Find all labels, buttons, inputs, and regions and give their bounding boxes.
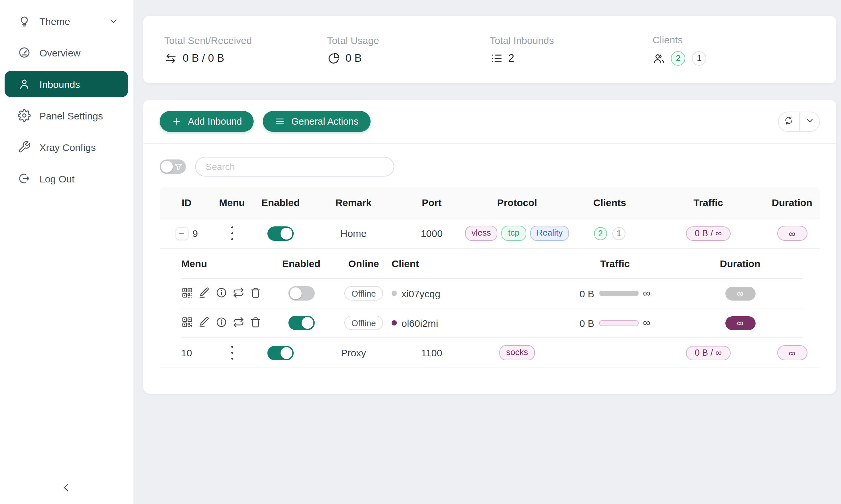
toggle-knob — [161, 161, 173, 173]
inbound-remark: Proxy — [311, 347, 396, 358]
traffic-limit: ∞ — [643, 317, 650, 329]
stat-label: Total Usage — [327, 34, 490, 46]
sidebar-collapse-button[interactable] — [0, 482, 133, 496]
search-row — [143, 144, 836, 187]
inbound-remark: Home — [311, 228, 396, 239]
col-header-remark: Remark — [311, 197, 396, 208]
sidebar-item-log-out[interactable]: Log Out — [5, 165, 128, 192]
sidebar-item-label: Panel Settings — [39, 110, 103, 121]
lightbulb-icon — [18, 15, 31, 28]
traffic-limit: ∞ — [643, 287, 650, 299]
list-icon — [490, 52, 503, 65]
inbounds-table: ID Menu Enabled Remark Port Protocol Cli… — [160, 187, 820, 368]
filter-toggle[interactable] — [160, 160, 186, 174]
subcol-header-online: Online — [336, 258, 392, 269]
sidebar-item-xray-configs[interactable]: Xray Configs — [5, 134, 128, 160]
clients-inactive-badge: 1 — [692, 51, 707, 65]
trash-icon[interactable] — [250, 286, 261, 300]
client-row: Offline ol60i2mi 0 B ∞ ∞ — [181, 308, 803, 338]
client-name: ol60i2mi — [401, 317, 438, 328]
client-status-dot — [392, 320, 397, 325]
pie-chart-icon — [327, 52, 340, 65]
row-menu-button[interactable] — [213, 343, 250, 362]
col-header-port: Port — [396, 197, 467, 208]
inbound-id: 9 — [192, 228, 198, 239]
client-traffic-value: 0 B — [580, 288, 594, 299]
chevron-left-icon — [61, 482, 72, 496]
col-header-protocol: Protocol — [467, 197, 567, 208]
stat-total-usage: Total Usage 0 B — [327, 34, 490, 65]
protocol-tag: socks — [500, 345, 534, 361]
inbound-enabled-toggle[interactable] — [268, 226, 294, 240]
subcol-header-duration: Duration — [677, 258, 803, 269]
transport-tag: tcp — [502, 226, 526, 241]
add-inbound-label: Add Inbound — [188, 116, 242, 127]
stat-value: 0 B — [346, 52, 362, 64]
trash-icon[interactable] — [250, 316, 261, 330]
sidebar-item-label: Log Out — [39, 173, 74, 184]
duration-pill: ∞ — [777, 345, 807, 360]
collapse-row-button[interactable] — [175, 227, 189, 240]
client-name: xi07ycqg — [401, 288, 440, 299]
add-inbound-button[interactable]: Add Inbound — [160, 111, 254, 132]
traffic-pill: 0 B / ∞ — [686, 226, 730, 240]
duration-pill: ∞ — [777, 226, 807, 241]
edit-pencil-icon[interactable] — [199, 286, 210, 300]
sidebar-item-overview[interactable]: Overview — [5, 39, 128, 66]
qr-code-icon[interactable] — [181, 316, 193, 330]
gear-icon — [18, 109, 31, 122]
reset-traffic-icon[interactable] — [233, 286, 244, 300]
qr-code-icon[interactable] — [181, 286, 193, 300]
reset-traffic-icon[interactable] — [233, 316, 244, 330]
subcol-header-enabled: Enabled — [267, 258, 336, 269]
col-header-traffic: Traffic — [652, 197, 764, 208]
clients-active-badge: 2 — [671, 51, 686, 65]
refresh-options-button[interactable] — [799, 112, 819, 131]
general-actions-button[interactable]: General Actions — [263, 111, 371, 132]
toggle-knob — [289, 287, 301, 299]
app-viewport: Theme Overview Inbounds Panel Settings — [0, 0, 841, 504]
row-menu-button[interactable] — [213, 224, 250, 243]
speedometer-icon — [18, 46, 31, 59]
client-enabled-toggle[interactable] — [288, 286, 314, 301]
stat-label: Clients — [653, 34, 816, 45]
edit-pencil-icon[interactable] — [199, 316, 210, 330]
info-icon[interactable] — [216, 286, 227, 300]
stat-value: 2 — [508, 52, 514, 64]
inbound-enabled-toggle[interactable] — [268, 345, 294, 360]
search-input[interactable] — [195, 157, 394, 177]
chevron-down-icon — [805, 115, 814, 128]
sidebar-item-inbounds[interactable]: Inbounds — [5, 71, 128, 97]
inbound-row-10: 10 Proxy 1100 socks 0 B / ∞ ∞ — [160, 338, 820, 368]
main-content: Total Sent/Received 0 B / 0 B Total Usag… — [133, 0, 841, 504]
client-status-dot — [392, 291, 397, 296]
sidebar-item-theme[interactable]: Theme — [5, 8, 128, 34]
refresh-icon — [784, 115, 794, 128]
client-duration-pill: ∞ — [725, 316, 755, 330]
refresh-split-button — [778, 111, 820, 131]
transfer-arrows-icon — [164, 52, 177, 65]
logout-icon — [18, 172, 31, 185]
stats-card: Total Sent/Received 0 B / 0 B Total Usag… — [143, 16, 836, 83]
traffic-progress-bar — [599, 320, 638, 326]
info-icon[interactable] — [216, 316, 227, 330]
funnel-icon — [174, 162, 183, 170]
col-header-enabled: Enabled — [250, 197, 311, 208]
col-header-clients: Clients — [567, 197, 652, 208]
sidebar-item-panel-settings[interactable]: Panel Settings — [5, 102, 128, 129]
client-enabled-toggle[interactable] — [288, 316, 314, 330]
person-icon — [18, 77, 31, 91]
chevron-down-icon — [108, 16, 119, 26]
toggle-knob — [280, 347, 292, 359]
hamburger-icon — [275, 116, 286, 127]
stat-label: Total Inbounds — [490, 34, 653, 46]
stat-label: Total Sent/Received — [164, 34, 327, 46]
sidebar-item-label: Theme — [39, 15, 70, 26]
refresh-button[interactable] — [778, 112, 799, 131]
toolbar: Add Inbound General Actions — [143, 111, 836, 144]
users-icon — [653, 52, 666, 65]
inbound-row-9: 9 Home 1000 vless tcp Reality 2 1 — [160, 218, 820, 249]
inbound-port: 1000 — [396, 228, 467, 239]
col-header-menu: Menu — [213, 197, 250, 208]
clients-inactive-badge: 1 — [612, 227, 625, 240]
